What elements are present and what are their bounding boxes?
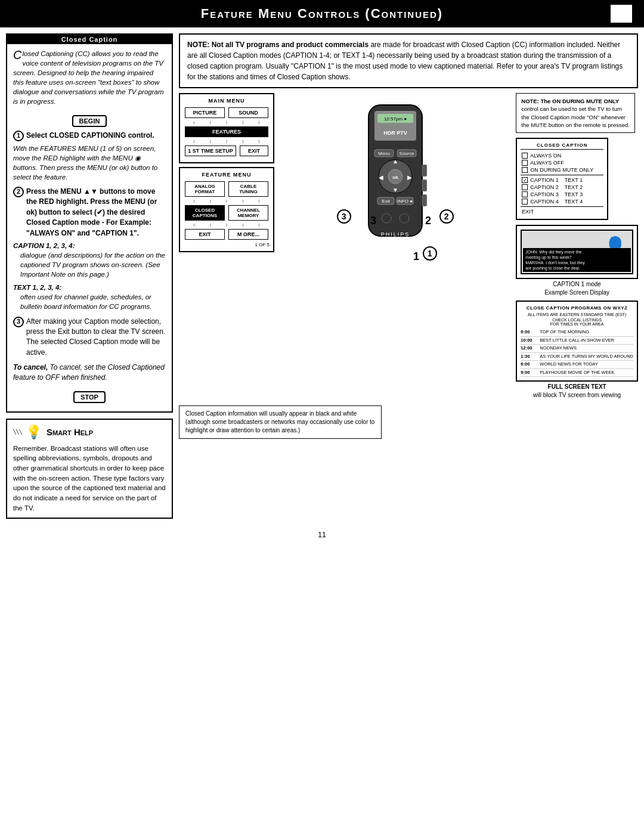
svg-text:PHILIPS: PHILIPS — [380, 231, 410, 237]
text-detail: often used for channel guide, schedules,… — [20, 292, 166, 311]
left-menus: MAIN MENU PICTURE SOUND ||||| FEATURES |… — [179, 93, 274, 252]
cc-mute-check — [522, 167, 528, 173]
caption-header: CAPTION 1, 2, 3, 4: — [13, 241, 166, 250]
step-1: 1 Select CLOSED CAPTIONING control. With… — [13, 131, 166, 182]
closed-caption-header: Closed Caption — [7, 35, 172, 44]
step-2-header: Press the MENU ▲▼ buttons to move the RE… — [26, 187, 157, 237]
cc-text-col: TEXT 1 TEXT 2 TEXT 3 TEXT 4 — [564, 176, 604, 205]
step-3-number: 3 — [13, 317, 24, 327]
lightbulb-icon: 💡 — [26, 425, 42, 440]
feature-menu-label: FEATURE MENU — [184, 172, 270, 178]
remote-caption-note: Closed Caption information will usually … — [179, 405, 382, 439]
text-header: TEXT 1, 2, 3, 4: — [13, 283, 166, 292]
slash-decoration: ╲╲╲ — [13, 429, 22, 435]
step-2: 2 Press the MENU ▲▼ buttons to move the … — [13, 187, 166, 312]
fst-header2: ALL ITEMS ARE EASTERN STANDARD TIME (EST… — [521, 312, 633, 317]
right-column: NOTE: Not all TV programs and product co… — [179, 33, 638, 519]
svg-text:▶: ▶ — [407, 174, 412, 181]
menu-1st-setup: 1 ST TIME SETUP — [185, 145, 236, 156]
caption4-check — [522, 199, 528, 205]
smart-help-text: Remember. Broadcast stations will often … — [13, 444, 166, 513]
on-screen-note-bold: NOTE: The ON DURING MUTE ONLY — [521, 98, 619, 104]
smart-help-title: Smart Help — [47, 427, 93, 437]
left-column: Closed Caption C losed Captioning (CC) a… — [6, 33, 173, 519]
fst-row-2: 10:00BEST LITTLE CALL-IN SHOW EVER — [521, 337, 633, 345]
svg-text:INFO ●: INFO ● — [397, 199, 413, 204]
main-menu-label: MAIN MENU — [184, 98, 270, 104]
svg-text:▼: ▼ — [392, 187, 398, 193]
svg-text:HDR PTV: HDR PTV — [383, 130, 407, 136]
step-circle-1: 1 — [423, 246, 437, 261]
cancel-text: To cancel, To cancel, set the Closed Cap… — [13, 363, 166, 383]
feat-cable: CABLETUNING — [228, 181, 268, 197]
menu-sound: SOUND — [228, 107, 268, 118]
cc-always-on-check — [522, 153, 528, 159]
right-diagrams: NOTE: The ON DURING MUTE ONLY control ca… — [516, 93, 638, 398]
cc-caption-row: CAPTION 1 CAPTION 2 CAPTION 3 — [521, 176, 603, 205]
svg-text:Source: Source — [399, 151, 414, 156]
cc-always-on: ALWAYS ON — [521, 152, 603, 159]
cc-on-during-mute: ON DURING MUTE ONLY — [521, 166, 603, 174]
page-header: Feature Menu Controls (Continued) — [0, 0, 644, 27]
smart-help-box: ╲╲╲ 💡 Smart Help Remember. Broadcast sta… — [6, 419, 173, 519]
feat-analog: ANALOGFORMAT — [185, 181, 225, 197]
fst-header4: FOR TIMES IN YOUR AREA — [521, 322, 633, 326]
note-bold: NOTE: Not all TV programs and product co… — [187, 41, 369, 49]
fst-header3: CHECK LOCAL LISTINGS — [521, 318, 633, 322]
step-1-detail: With the FEATURES MENU (1 of 5) on scree… — [13, 144, 166, 182]
header-box — [611, 5, 632, 23]
fst-row-5: 6:00WORLD NEWS FOR TODAY — [521, 361, 633, 369]
big-c-letter: C — [13, 49, 21, 61]
fullscreen-text-display: CLOSE CAPTION PROGRAMS ON WXYZ ALL ITEMS… — [516, 301, 638, 398]
svg-text:3: 3 — [370, 215, 376, 227]
svg-text:▲: ▲ — [392, 158, 398, 165]
remote-svg: 12:57pm ● HDR PTV ▲ ▼ ◀ ▶ ok Menu — [336, 93, 455, 260]
closed-caption-box: Closed Caption C losed Captioning (CC) a… — [6, 33, 173, 413]
feat-channel: CHANNELMEMORY — [228, 205, 268, 221]
tv-screen: 👤 JOHN: Why did they move the meeting up… — [521, 230, 633, 274]
cc-menu-diagram: CLOSED CAPTION ALWAYS ON ALWAYS OFF ON D… — [516, 138, 608, 220]
fst-caption2: will block TV screen from viewing — [516, 392, 638, 398]
caption-mode-subtitle: Example Screen Display — [516, 289, 638, 296]
caption-dialogue: JOHN: Why did they move the meeting up t… — [523, 248, 631, 272]
step-2-number: 2 — [13, 187, 24, 197]
note-box: NOTE: Not all TV programs and product co… — [179, 33, 638, 88]
step-circle-3: 3 — [337, 209, 351, 224]
svg-point-24 — [400, 213, 409, 223]
fst-row-4: 1:30AS YOUR LIFE TURNS MY WORLD AROUND — [521, 353, 633, 361]
svg-text:Exit: Exit — [382, 199, 390, 204]
feature-menu-diagram: FEATURE MENU ANALOGFORMAT CABLETUNING ||… — [179, 167, 274, 252]
stop-button: STOP — [73, 391, 106, 403]
fst-row-1: 6:00TOP OF THE MORNING — [521, 329, 633, 337]
diagrams-section: MAIN MENU PICTURE SOUND ||||| FEATURES |… — [179, 93, 638, 398]
svg-rect-16 — [422, 165, 427, 176]
svg-rect-17 — [422, 179, 427, 191]
svg-text:12:57pm ●: 12:57pm ● — [384, 116, 407, 122]
step-3: 3 After making your Caption mode selecti… — [13, 317, 166, 358]
svg-text:2: 2 — [425, 215, 431, 227]
caption2-check — [522, 184, 528, 190]
main-menu-diagram: MAIN MENU PICTURE SOUND ||||| FEATURES |… — [179, 93, 274, 163]
fst-header1: CLOSE CAPTION PROGRAMS ON WXYZ — [521, 305, 633, 311]
cc-exit: EXIT — [521, 208, 603, 215]
smart-help-header: ╲╲╲ 💡 Smart Help — [13, 425, 166, 440]
feat-exit: EXIT — [185, 229, 225, 240]
remote-container: 12:57pm ● HDR PTV ▲ ▼ ◀ ▶ ok Menu — [336, 93, 455, 262]
svg-text:◀: ◀ — [379, 174, 383, 181]
menu-features: FEATURES — [185, 126, 268, 137]
caption1-check — [522, 177, 528, 183]
fst-caption1: FULL SCREEN TEXT — [516, 383, 638, 390]
cc-always-off-check — [522, 160, 528, 166]
feat-more: M ORE... — [228, 229, 268, 240]
cc-intro-text: C losed Captioning (CC) allows you to re… — [13, 49, 166, 107]
cc-caption-col: CAPTION 1 CAPTION 2 CAPTION 3 — [521, 176, 561, 205]
step-circle-2: 2 — [439, 209, 454, 224]
caption-mode-title: CAPTION 1 mode — [516, 281, 638, 287]
caption-mode-display: 👤 JOHN: Why did they move the meeting up… — [516, 225, 638, 296]
cc-menu-label: CLOSED CAPTION — [521, 143, 603, 150]
svg-point-23 — [382, 213, 391, 223]
cc-always-off: ALWAYS OFF — [521, 159, 603, 166]
svg-rect-18 — [422, 194, 427, 206]
menu-exit: EXIT — [240, 145, 268, 156]
fullscreen-text-box: CLOSE CAPTION PROGRAMS ON WXYZ ALL ITEMS… — [516, 301, 638, 382]
